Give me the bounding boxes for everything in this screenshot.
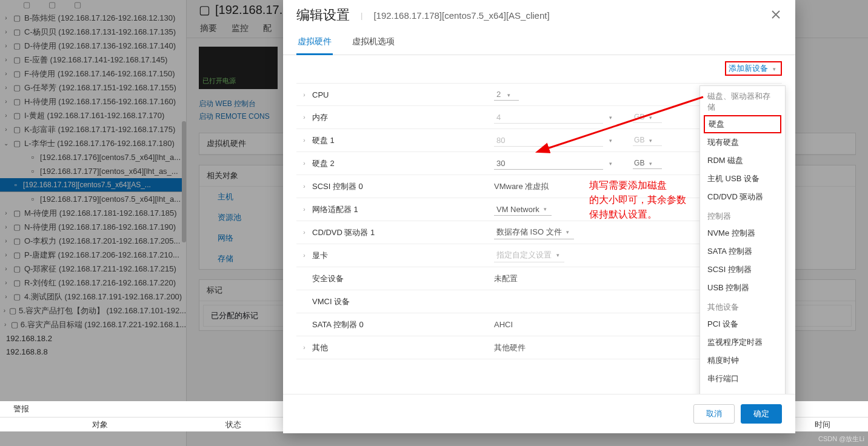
menu-item[interactable]: 精度时钟 <box>700 351 785 370</box>
value-input[interactable] <box>494 135 603 147</box>
value-text: 未配置 <box>494 273 518 284</box>
hw-label: 硬盘 1 <box>312 135 494 146</box>
unit-select[interactable]: GB ▾ <box>633 135 662 146</box>
expand-icon[interactable]: › <box>296 160 312 167</box>
hw-label: 安全设备 <box>312 273 494 284</box>
expand-icon[interactable]: › <box>296 137 312 144</box>
menu-item[interactable]: NVMe 控制器 <box>700 224 785 242</box>
menu-item[interactable]: CD/DVD 驱动器 <box>700 188 785 206</box>
expand-icon[interactable]: › <box>296 252 312 259</box>
hw-label: SATA 控制器 0 <box>312 319 494 330</box>
menu-item[interactable]: RDM 磁盘 <box>700 151 785 170</box>
dialog-subtitle: [192.168.17.178][centos7.5_x64][AS_clien… <box>373 10 760 21</box>
hw-label: CD/DVD 驱动器 1 <box>312 227 494 238</box>
col-status[interactable]: 状态 <box>212 417 255 433</box>
value-input[interactable] <box>494 158 603 170</box>
expand-icon[interactable]: › <box>296 183 312 190</box>
tab-vm-options[interactable]: 虚拟机选项 <box>351 32 396 55</box>
expand-icon[interactable]: › <box>296 114 312 121</box>
hw-label: 其他 <box>312 342 494 353</box>
menu-item[interactable]: 硬盘 <box>704 115 781 133</box>
chevron-down-icon: ▾ <box>770 66 778 72</box>
tab-virtual-hardware[interactable]: 虚拟硬件 <box>296 32 333 55</box>
value-text: VMware 准虚拟 <box>494 181 549 192</box>
menu-item[interactable]: PCI 设备 <box>700 315 785 333</box>
menu-section-header: 磁盘、驱动器和存储 <box>700 86 785 115</box>
menu-item[interactable]: SATA 控制器 <box>700 242 785 261</box>
add-device-button[interactable]: 添加新设备 ▾ <box>725 61 782 76</box>
value-text: AHCI <box>494 320 513 329</box>
watermark: CSDN @放生Li <box>818 434 864 444</box>
menu-item[interactable]: USB 控制器 <box>700 279 785 297</box>
cancel-button[interactable]: 取消 <box>693 404 735 424</box>
alerts-header[interactable]: 警报 <box>0 401 79 417</box>
col-object[interactable]: 对象 <box>79 417 121 433</box>
hw-label: VMCI 设备 <box>312 296 494 307</box>
menu-section-header: 网络 <box>700 388 785 394</box>
hw-label: 硬盘 2 <box>312 158 494 169</box>
unit-select[interactable]: GB ▾ <box>633 158 662 169</box>
menu-item[interactable]: 主机 USB 设备 <box>700 170 785 188</box>
menu-item[interactable]: 监视程序定时器 <box>700 333 785 351</box>
close-icon[interactable] <box>771 10 782 21</box>
menu-section-header: 其他设备 <box>700 297 785 315</box>
hw-label: 网络适配器 1 <box>312 204 494 215</box>
hw-label: 显卡 <box>312 250 494 261</box>
hw-label: 内存 <box>312 112 494 123</box>
value-input[interactable] <box>494 112 603 124</box>
add-device-menu: 磁盘、驱动器和存储硬盘现有硬盘RDM 磁盘主机 USB 设备CD/DVD 驱动器… <box>699 85 786 394</box>
expand-icon[interactable]: › <box>296 92 312 98</box>
menu-item[interactable]: 现有硬盘 <box>700 133 785 151</box>
dropdown[interactable]: VM Network ▾ <box>494 204 552 216</box>
value-text: 其他硬件 <box>494 342 526 353</box>
edit-settings-dialog: 编辑设置 | [192.168.17.178][centos7.5_x64][A… <box>283 0 795 433</box>
menu-item[interactable]: SCSI 控制器 <box>700 261 785 279</box>
menu-section-header: 控制器 <box>700 206 785 224</box>
hw-label: SCSI 控制器 0 <box>312 181 494 192</box>
expand-icon[interactable]: › <box>296 229 312 236</box>
expand-icon[interactable]: › <box>296 344 312 351</box>
ok-button[interactable]: 确定 <box>741 404 782 424</box>
unit-select[interactable]: GB ▾ <box>633 112 662 123</box>
expand-icon[interactable]: › <box>296 206 312 213</box>
col-time[interactable]: 时间 <box>801 417 844 433</box>
hw-label: CPU <box>312 90 494 99</box>
dialog-title: 编辑设置 <box>296 6 350 24</box>
menu-item[interactable]: 串行端口 <box>700 370 785 388</box>
dropdown[interactable]: 指定自定义设置 ▾ <box>494 248 564 262</box>
dropdown[interactable]: 数据存储 ISO 文件 ▾ <box>494 225 574 239</box>
cpu-select[interactable]: 2 ▾ <box>494 88 519 101</box>
